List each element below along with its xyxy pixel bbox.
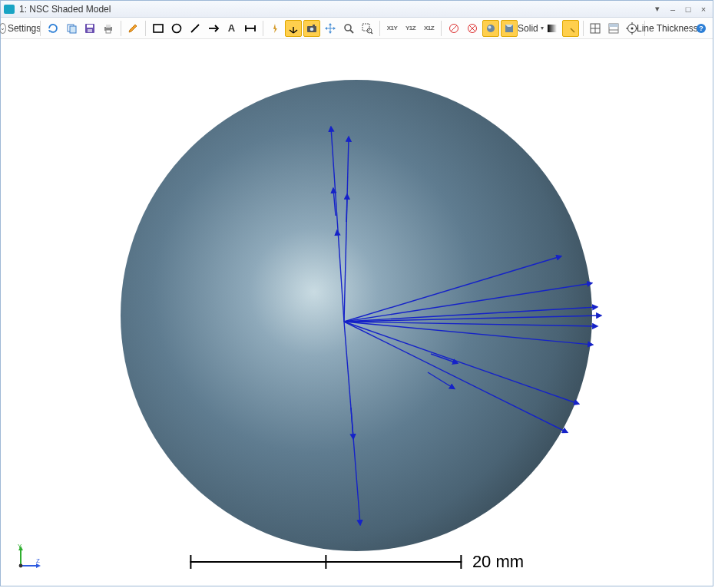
svg-line-17	[293, 30, 297, 33]
probe-button[interactable]	[266, 20, 283, 37]
layout-button[interactable]	[605, 20, 622, 37]
x1y-icon: X1Y	[387, 25, 398, 31]
svg-rect-25	[362, 24, 369, 31]
settings-dropdown[interactable]: ⌄ Settings	[4, 20, 36, 37]
move-button[interactable]	[322, 20, 339, 37]
zoom-button[interactable]	[340, 20, 357, 37]
scene-canvas	[1, 39, 713, 586]
shape-line-button[interactable]	[187, 20, 204, 37]
annotate-text-button[interactable]: A	[223, 20, 240, 37]
svg-point-34	[488, 25, 491, 28]
save-button[interactable]	[81, 20, 98, 37]
viewport[interactable]: Y Z 20 mm	[1, 39, 713, 586]
svg-line-61	[346, 195, 347, 222]
refresh-icon	[47, 22, 59, 35]
gradient-button[interactable]	[544, 20, 561, 37]
svg-rect-7	[106, 30, 111, 33]
svg-point-9	[172, 24, 180, 32]
svg-rect-42	[609, 24, 618, 27]
shape-rectangle-button[interactable]	[150, 20, 167, 37]
probe-icon	[269, 22, 281, 35]
help-button[interactable]: ?	[693, 20, 710, 37]
axis-orientation-triad: Y Z	[15, 541, 45, 572]
copy-icon	[65, 22, 78, 35]
svg-point-67	[19, 564, 23, 568]
y1z-icon: Y1Z	[405, 25, 415, 31]
svg-line-29	[451, 25, 457, 31]
settings-label: Settings	[8, 23, 41, 34]
scale-bar-line	[190, 555, 462, 569]
camera-icon	[306, 22, 318, 35]
layout-icon	[607, 22, 620, 35]
svg-point-23	[345, 25, 351, 31]
circle-icon	[170, 22, 183, 35]
svg-text:?: ?	[699, 25, 703, 32]
line-icon	[189, 22, 201, 35]
solid-dropdown[interactable]: Solid ▾	[519, 20, 542, 37]
window-maximize-button[interactable]: □	[682, 3, 694, 15]
sphere-shade-icon	[485, 22, 497, 35]
solid-label: Solid	[518, 23, 538, 34]
highlight2-button[interactable]	[501, 20, 518, 37]
x1z-icon: X1Z	[424, 25, 434, 31]
magnifier-icon	[343, 22, 355, 35]
line-thickness-dropdown[interactable]: Line Thickness ▾	[649, 20, 691, 37]
fit-icon	[589, 22, 601, 35]
window-dock-button[interactable]: ▾	[651, 3, 664, 15]
refresh-button[interactable]	[45, 20, 61, 37]
zoom-rect-button[interactable]	[359, 20, 376, 37]
svg-rect-1	[70, 26, 76, 33]
fit-view-button[interactable]	[587, 20, 604, 37]
pencil-icon	[127, 22, 139, 35]
save-icon	[84, 22, 96, 35]
window-minimize-button[interactable]: –	[667, 3, 679, 15]
svg-rect-3	[87, 25, 93, 28]
svg-rect-36	[548, 25, 557, 32]
toolbar: ⌄ Settings	[1, 18, 713, 39]
axis-y-label: Y	[18, 543, 22, 550]
camera-view-button[interactable]	[303, 20, 320, 37]
view-y1z-button[interactable]: Y1Z	[402, 20, 419, 37]
svg-rect-4	[88, 29, 92, 32]
print-button[interactable]	[100, 20, 117, 37]
svg-line-27	[371, 32, 372, 34]
axis-triad-button[interactable]	[285, 20, 302, 37]
copy-button[interactable]	[63, 20, 80, 37]
help-icon: ?	[695, 22, 707, 35]
measure-button[interactable]	[242, 20, 259, 37]
rectangle-icon	[152, 22, 164, 35]
red-off2-button[interactable]	[464, 20, 481, 37]
svg-rect-6	[106, 25, 111, 28]
zoom-rect-icon	[361, 22, 373, 35]
svg-line-24	[350, 30, 353, 33]
view-x1y-button[interactable]: X1Y	[383, 20, 400, 37]
svg-point-37	[568, 25, 571, 28]
axis-z-label: Z	[36, 557, 40, 564]
svg-rect-8	[154, 25, 163, 32]
shape-circle-button[interactable]	[168, 20, 185, 37]
red-off1-button[interactable]	[445, 20, 462, 37]
lighting-button[interactable]	[562, 20, 579, 37]
crossed-circle-icon	[466, 22, 478, 35]
svg-line-16	[290, 30, 293, 33]
edit-pencil-button[interactable]	[124, 20, 141, 37]
measure-icon	[244, 22, 257, 35]
arrow-icon	[207, 22, 220, 35]
svg-rect-20	[313, 25, 315, 26]
window-title: 1: NSC Shaded Model	[19, 4, 111, 15]
svg-point-19	[310, 27, 314, 31]
view-x1z-button[interactable]: X1Z	[420, 20, 437, 37]
window-close-button[interactable]: ×	[697, 3, 710, 15]
titlebar: 1: NSC Shaded Model ▾ – □ ×	[1, 1, 713, 18]
line-thickness-label: Line Thickness	[637, 23, 698, 34]
highlight1-button[interactable]	[482, 20, 499, 37]
move-icon	[324, 22, 336, 35]
axis-triad-icon	[287, 22, 300, 35]
svg-line-10	[191, 25, 199, 32]
app-window: 1: NSC Shaded Model ▾ – □ × ⌄ Settings	[0, 0, 713, 586]
gradient-icon	[546, 22, 558, 35]
svg-point-33	[487, 25, 495, 32]
app-icon	[4, 5, 15, 14]
print-icon	[102, 22, 114, 35]
shape-arrow-button[interactable]	[205, 20, 222, 37]
